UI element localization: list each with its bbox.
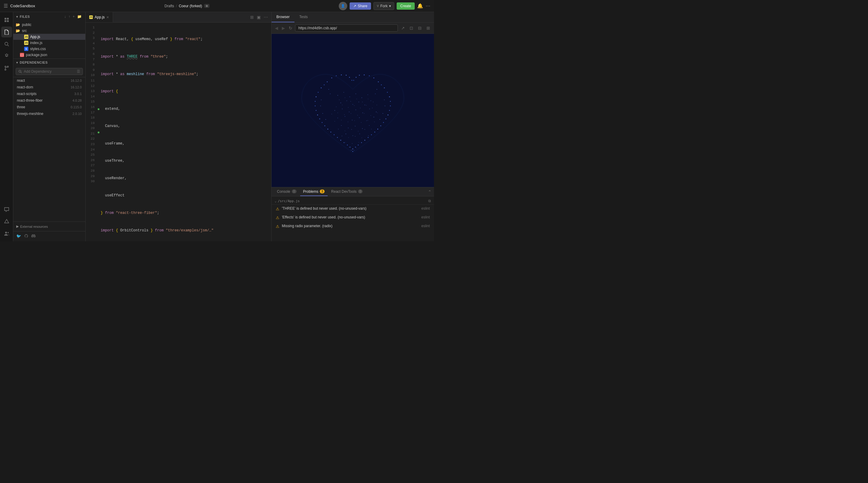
code-line-11: } from "react-three-fiber"; xyxy=(101,210,271,216)
sort-up-btn[interactable]: ↑ xyxy=(68,14,71,19)
forked-badge: ⊕ xyxy=(204,4,210,8)
file-appjs[interactable]: JS App.js xyxy=(13,34,85,40)
svg-point-45 xyxy=(388,114,389,115)
dep-name-react-scripts: react-scripts xyxy=(17,92,36,96)
preview-btn[interactable]: ▣ xyxy=(256,14,261,21)
file-packagejson[interactable]: { } package.json xyxy=(13,52,85,58)
svg-point-112 xyxy=(375,93,375,94)
topbar-left: ☰ CodeSandbox xyxy=(4,3,35,9)
code-content[interactable]: import React, { useMemo, useRef } from "… xyxy=(99,23,271,242)
code-line-3: import * as meshline from "threejs-meshl… xyxy=(101,72,271,77)
code-line-12: import { OrbitControls } from "three/exa… xyxy=(101,228,271,233)
twitter-link[interactable]: 🐦 xyxy=(16,234,21,239)
fork-button[interactable]: ⑂ Fork ▾ xyxy=(373,2,394,10)
create-button[interactable]: Create xyxy=(397,2,415,10)
console-tabs: Console 0 Problems 3 React DevTools 0 ⌃ xyxy=(272,187,434,196)
tab-close-appjs[interactable]: × xyxy=(106,15,109,19)
tab-icon-appjs: JS xyxy=(89,16,93,19)
bell-icon[interactable]: 🔔 xyxy=(417,3,423,9)
line-num-1: 1 xyxy=(86,25,98,30)
url-bar[interactable] xyxy=(295,24,398,32)
tab-console[interactable]: Console 0 xyxy=(274,187,300,196)
tab-more-btn[interactable]: ⋯ xyxy=(263,14,269,21)
activity-settings[interactable] xyxy=(1,51,12,61)
dep-name-react-dom: react-dom xyxy=(17,85,33,89)
tab-devtools[interactable]: React DevTools 0 xyxy=(328,187,366,196)
refresh-button[interactable]: ↻ xyxy=(288,25,293,31)
file-indexjs[interactable]: JS index.js xyxy=(13,40,85,46)
activity-search[interactable] xyxy=(1,38,12,50)
activity-comments[interactable] xyxy=(1,204,12,215)
svg-point-49 xyxy=(377,129,378,130)
svg-point-16 xyxy=(327,81,328,82)
line-num-30: 30 xyxy=(86,179,98,184)
back-button[interactable]: ◀ xyxy=(274,25,279,31)
svg-point-81 xyxy=(335,110,335,111)
console-tab-label: Console xyxy=(277,190,290,194)
folder-src[interactable]: 📂 src xyxy=(13,28,85,34)
deps-search-input[interactable] xyxy=(24,69,75,74)
github-link[interactable] xyxy=(24,234,28,239)
browser-expand-btn[interactable]: ⊞ xyxy=(425,25,432,31)
svg-point-60 xyxy=(346,75,347,76)
new-file-btn[interactable]: + xyxy=(72,14,75,19)
hamburger-icon[interactable]: ☰ xyxy=(4,3,8,9)
indicator-line-15 xyxy=(98,108,99,110)
files-chevron[interactable]: ▾ xyxy=(16,15,18,19)
line-num-5: 5 xyxy=(86,46,98,52)
avatar[interactable]: 👤 xyxy=(339,2,347,10)
svg-point-86 xyxy=(369,109,370,109)
svg-rect-0 xyxy=(4,18,6,20)
tab-tests[interactable]: Tests xyxy=(294,12,313,22)
dep-react-three-fiber: react-three-fiber 4.0.28 xyxy=(13,97,85,104)
activity-files[interactable] xyxy=(1,27,12,37)
new-folder-btn[interactable]: 📁 xyxy=(76,14,82,19)
svg-point-82 xyxy=(342,109,343,109)
tab-appjs[interactable]: JS App.js × xyxy=(86,12,113,22)
svg-point-88 xyxy=(338,118,338,118)
activity-git[interactable] xyxy=(1,63,12,74)
sort-down-btn[interactable]: ↓ xyxy=(64,14,67,19)
svg-point-123 xyxy=(373,102,374,102)
copy-path-btn[interactable]: ⧉ xyxy=(428,199,431,203)
external-link-btn[interactable]: ↗ xyxy=(400,25,406,31)
svg-point-127 xyxy=(354,105,355,106)
svg-point-69 xyxy=(338,95,338,96)
svg-point-133 xyxy=(338,113,338,113)
console-expand-btn[interactable]: ⌃ xyxy=(428,190,432,194)
line-num-18: 18 xyxy=(86,115,98,121)
tab-actions: ⊞ ▣ ⋯ xyxy=(247,14,271,21)
activity-team[interactable] xyxy=(1,228,12,239)
svg-point-19 xyxy=(318,92,318,93)
problem-text-1: 'THREE' is defined but never used. (no-u… xyxy=(282,206,416,211)
files-section-title: Files xyxy=(20,15,62,19)
svg-point-73 xyxy=(361,97,362,98)
svg-point-121 xyxy=(362,102,363,102)
breadcrumb-drafts[interactable]: Drafts xyxy=(164,4,174,8)
browser-view-btn[interactable]: ⊡ xyxy=(408,25,415,31)
file-styles-css[interactable]: S styles.css xyxy=(13,46,85,52)
ext-resources-header[interactable]: ▶ External resources xyxy=(13,223,85,230)
line-num-11: 11 xyxy=(86,78,98,84)
deps-chevron[interactable]: ▾ xyxy=(16,61,18,64)
browser-split-btn[interactable]: ⊟ xyxy=(416,25,423,31)
svg-point-139 xyxy=(377,113,378,113)
file-label-appjs: App.js xyxy=(30,35,40,39)
dep-version-rtf: 4.0.28 xyxy=(72,98,82,102)
more-options-icon[interactable]: ⋯ xyxy=(426,3,430,9)
folder-public[interactable]: 📂 public xyxy=(13,22,85,28)
forward-button[interactable]: ▶ xyxy=(281,25,286,31)
discord-link[interactable] xyxy=(31,234,36,239)
share-button[interactable]: ↗ Share xyxy=(350,2,371,10)
tab-browser[interactable]: Browser xyxy=(272,12,294,22)
activity-home[interactable] xyxy=(1,15,12,25)
code-editor[interactable]: 1 2 3 4 5 6 7 8 9 10 11 12 13 14 15 16 1… xyxy=(86,23,271,242)
activity-bar xyxy=(0,12,13,242)
svg-point-107 xyxy=(321,100,321,100)
activity-deploy[interactable] xyxy=(1,216,12,227)
line-num-2: 2 xyxy=(86,30,98,36)
svg-point-28 xyxy=(327,129,328,130)
split-view-btn[interactable]: ⊞ xyxy=(249,14,255,21)
dep-name-react: react xyxy=(17,79,25,83)
tab-problems[interactable]: Problems 3 xyxy=(300,187,328,196)
